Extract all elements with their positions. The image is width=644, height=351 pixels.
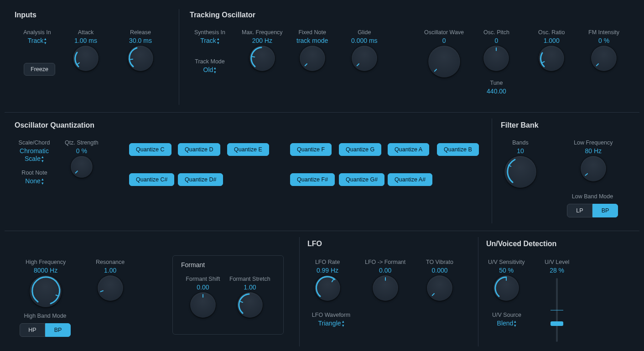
osc-pitch-knob[interactable] xyxy=(483,46,509,71)
quantize-c-button[interactable]: Quantize C xyxy=(129,143,171,156)
bands-knob[interactable] xyxy=(504,156,536,188)
uv-source-dropdown[interactable]: U/V Source Blend▴▾ xyxy=(486,312,527,328)
low-mode-lp-button[interactable]: LP xyxy=(567,204,592,217)
resonance-control: Resonance 1.00 xyxy=(96,259,125,301)
attack-value[interactable]: 1.00 ms xyxy=(74,37,97,44)
updown-icon: ▴▾ xyxy=(217,37,219,45)
uv-level-slider[interactable] xyxy=(556,278,558,342)
formant-stretch-knob[interactable] xyxy=(237,292,263,318)
release-label: Release xyxy=(130,29,151,36)
osc-pitch-value[interactable]: 0 xyxy=(495,37,499,44)
glide-control: Glide 0.000 ms xyxy=(351,29,378,71)
attack-control: Attack 1.00 ms xyxy=(73,29,99,71)
qtz-strength-control: Qtz. Strength 0 % xyxy=(65,139,99,178)
uv-sensitivity-control: U/V Sensitivity 50 % xyxy=(488,259,525,301)
formant-stretch-control: Formant Stretch 1.00 xyxy=(229,276,270,318)
osc-ratio-control: Osc. Ratio 1.000 xyxy=(538,29,565,71)
to-vibrato-knob[interactable] xyxy=(427,275,452,301)
release-control: Release 30.0 ms xyxy=(128,29,153,71)
high-mode-hp-button[interactable]: HP xyxy=(20,323,45,337)
fm-value[interactable]: 0 % xyxy=(598,37,609,44)
fixed-note-knob[interactable] xyxy=(300,46,325,71)
lfo-section: LFO xyxy=(307,240,322,248)
divider-horizontal xyxy=(5,112,639,113)
quantize-asharp-button[interactable]: Quantize A# xyxy=(388,173,432,186)
osc-ratio-knob[interactable] xyxy=(539,46,564,71)
bands-value[interactable]: 10 xyxy=(517,147,524,155)
lfo-title: LFO xyxy=(307,240,322,248)
low-freq-knob[interactable] xyxy=(581,156,606,181)
uv-level-value[interactable]: 28 % xyxy=(550,267,564,274)
divider-horizontal xyxy=(5,231,639,231)
fm-intensity-control: FM Intensity 0 % xyxy=(588,29,619,71)
filterbank-title: Filter Bank xyxy=(501,121,539,129)
uv-sens-value[interactable]: 50 % xyxy=(499,267,514,274)
lfo-rate-knob[interactable] xyxy=(315,275,340,301)
glide-value[interactable]: 0.000 ms xyxy=(351,37,378,44)
max-freq-knob[interactable] xyxy=(249,46,275,71)
release-knob[interactable] xyxy=(128,46,153,71)
analysis-in-label: Analysis In xyxy=(23,29,51,36)
osc-wave-value[interactable]: 0 xyxy=(442,37,446,44)
resonance-value[interactable]: 1.00 xyxy=(104,267,116,274)
osc-wave-knob[interactable] xyxy=(428,46,460,77)
tracking-title: Tracking Oscillator xyxy=(190,11,255,19)
qtz-strength-value[interactable]: 0 % xyxy=(76,147,87,155)
filterbank-section: Filter Bank xyxy=(501,121,539,129)
divider-vertical xyxy=(478,237,478,346)
track-mode-dropdown[interactable]: Track Mode Old▴▾ xyxy=(192,58,228,74)
tune-label: Tune xyxy=(490,80,503,86)
attack-label: Attack xyxy=(78,29,94,36)
high-freq-knob[interactable] xyxy=(30,275,62,307)
high-band-mode-control: High Band Mode HP BP xyxy=(20,313,70,337)
lfo-formant-knob[interactable] xyxy=(373,275,398,301)
high-freq-control: High Frequency 8000 Hz xyxy=(26,259,66,307)
glide-knob[interactable] xyxy=(352,46,377,71)
tune-value[interactable]: 440.00 xyxy=(487,88,506,95)
low-freq-control: Low Frequency 80 Hz xyxy=(574,139,613,181)
analysis-in-dropdown[interactable]: Analysis In Track▴▾ xyxy=(20,29,54,45)
release-value[interactable]: 30.0 ms xyxy=(129,37,152,44)
quant-title: Oscillator Quantization xyxy=(15,121,94,129)
quantize-g-button[interactable]: Quantize G xyxy=(339,143,381,156)
freeze-button[interactable]: Freeze xyxy=(24,63,55,76)
high-freq-value[interactable]: 8000 Hz xyxy=(34,267,57,274)
quantize-a-button[interactable]: Quantize A xyxy=(388,143,429,156)
to-vibrato-control: TO Vibrato 0.000 xyxy=(426,259,453,301)
lfo-rate-value[interactable]: 0.99 Hz xyxy=(317,267,338,274)
synthesis-in-dropdown[interactable]: Synthesis In Track▴▾ xyxy=(192,29,228,45)
inputs-title: Inputs xyxy=(15,11,36,19)
tracking-section: Tracking Oscillator xyxy=(190,11,255,19)
quantize-f-button[interactable]: Quantize F xyxy=(290,143,332,156)
lfo-formant-value[interactable]: 0.00 xyxy=(379,267,391,274)
scale-chord-dropdown[interactable]: Scale/Chord Chromatic Scale▴▾ xyxy=(14,139,55,163)
attack-knob[interactable] xyxy=(73,46,99,71)
quantize-b-button[interactable]: Quantize B xyxy=(437,143,479,156)
quantize-fsharp-button[interactable]: Quantize F# xyxy=(290,173,335,186)
to-vibrato-value[interactable]: 0.000 xyxy=(431,267,447,274)
uv-sens-knob[interactable] xyxy=(493,275,519,301)
divider-vertical xyxy=(492,119,492,223)
quantize-dsharp-button[interactable]: Quantize D# xyxy=(178,173,223,186)
quantize-e-button[interactable]: Quantize E xyxy=(227,143,269,156)
quantize-csharp-button[interactable]: Quantize C# xyxy=(129,173,174,186)
quantize-gsharp-button[interactable]: Quantize G# xyxy=(339,173,384,186)
resonance-knob[interactable] xyxy=(98,275,123,301)
divider-vertical xyxy=(299,237,300,346)
high-mode-bp-button[interactable]: BP xyxy=(45,323,71,337)
fm-knob[interactable] xyxy=(591,46,617,71)
formant-shift-knob[interactable] xyxy=(190,292,216,318)
osc-pitch-control: Osc. Pitch 0 Tune 440.00 xyxy=(483,29,509,95)
osc-ratio-value[interactable]: 1.000 xyxy=(544,37,560,44)
fixed-note-value[interactable]: track mode xyxy=(296,37,328,44)
quantize-d-button[interactable]: Quantize D xyxy=(178,143,220,156)
max-freq-value[interactable]: 200 Hz xyxy=(252,37,272,44)
updown-icon: ▴▾ xyxy=(514,320,516,328)
root-note-dropdown[interactable]: Root Note None▴▾ xyxy=(17,170,52,186)
formant-stretch-value[interactable]: 1.00 xyxy=(244,284,256,291)
formant-shift-value[interactable]: 0.00 xyxy=(197,284,209,291)
low-freq-value[interactable]: 80 Hz xyxy=(585,147,602,155)
qtz-strength-knob[interactable] xyxy=(71,156,93,178)
low-mode-bp-button[interactable]: BP xyxy=(592,204,618,217)
lfo-waveform-dropdown[interactable]: LFO Waveform Triangle▴▾ xyxy=(308,312,354,328)
